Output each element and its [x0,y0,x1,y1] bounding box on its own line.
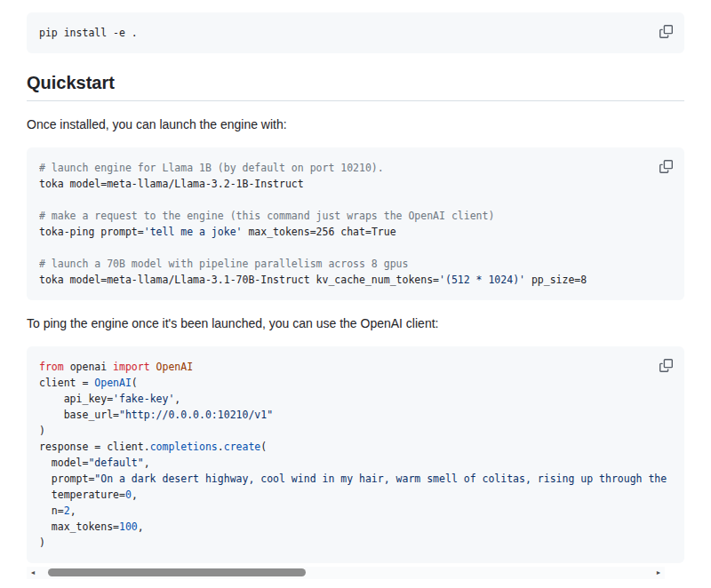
code-line: api_key='fake-key', [39,391,672,407]
code-line: ) [39,535,672,551]
code-token: # launch a 70B model with pipeline paral… [39,258,408,270]
code-block-install: pip install -e . [27,12,684,53]
code-block-launch: # launch engine for Llama 1B (by default… [27,147,684,300]
code-token: "http://0.0.0.0:10210/v1" [119,409,273,421]
code-line: toka-ping prompt='tell me a joke' max_to… [39,224,672,240]
code-token: , [70,505,76,517]
code-token: 2 [64,505,70,517]
copy-button[interactable] [655,155,676,177]
code-line: # make a request to the engine (this com… [39,208,672,224]
code-line: ) [39,423,672,439]
code-token: openai [64,361,113,373]
copy-icon [659,359,673,372]
code-token: base_url= [39,409,119,421]
code-token: # launch engine for Llama 1B (by default… [39,162,384,174]
scroll-left-arrow[interactable]: ◄ [27,567,39,579]
code-token: api_key= [39,393,113,405]
code-token: pip install -e . [39,27,138,39]
code-line: temperature=0, [39,487,672,503]
code-line: max_tokens=100, [39,519,672,535]
code-token: 'tell me a joke' [144,226,243,238]
code-content: # launch engine for Llama 1B (by default… [39,160,672,288]
code-token: toka model=meta-llama/Llama-3.2-1B-Instr… [39,178,304,190]
code-token: "default" [88,457,143,469]
code-content: pip install -e . [39,25,672,41]
code-token: , [138,520,144,533]
code-token: import [113,361,150,373]
code-line [39,192,672,208]
code-token: pp_size=8 [525,274,587,286]
code-line: model="default", [39,455,672,471]
code-token: 100 [119,520,138,533]
code-token: . [218,441,224,453]
code-token: client = [39,377,94,389]
code-line: # launch engine for Llama 1B (by default… [39,160,672,176]
code-token: , [144,457,150,469]
ping-paragraph: To ping the engine once it's been launch… [27,314,684,332]
code-token: toka-ping prompt= [39,226,144,238]
code-token: ( [260,441,267,453]
code-block-openai-client: from openai import OpenAIclient = OpenAI… [27,346,684,563]
code-line: pip install -e . [39,25,672,41]
code-line: n=2, [39,503,672,519]
quickstart-heading: Quickstart [27,73,684,101]
code-token: ( [132,377,138,389]
code-token: max_tokens=256 chat=True [242,226,395,238]
code-token: # make a request to the engine (this com… [39,210,494,222]
code-line: toka model=meta-llama/Llama-3.1-70B-Inst… [39,272,672,288]
code-token: n= [39,505,64,517]
code-token: temperature= [39,489,125,501]
code-line: from openai import OpenAI [39,359,672,375]
code-token: create [224,441,261,453]
code-line: base_url="http://0.0.0.0:10210/v1" [39,407,672,423]
copy-icon [659,160,673,173]
copy-icon [659,25,673,38]
code-token: model= [39,457,88,469]
code-token: "On a dark desert highway, cool wind in … [94,473,667,485]
code-token: toka model=meta-llama/Llama-3.1-70B-Inst… [39,274,439,286]
readme-content: pip install -e . Quickstart Once install… [0,0,711,579]
horizontal-scrollbar[interactable]: ◄ ► [27,567,665,579]
scrollable-code-section: from openai import OpenAIclient = OpenAI… [27,346,684,579]
code-token: 'fake-key' [113,393,174,405]
code-token: OpenAI [94,377,132,389]
code-content: from openai import OpenAIclient = OpenAI… [39,359,672,551]
code-token: response = client. [39,441,150,453]
code-line: toka model=meta-llama/Llama-3.2-1B-Instr… [39,176,672,192]
copy-button[interactable] [655,20,676,42]
code-line: # launch a 70B model with pipeline paral… [39,256,672,272]
code-token: max_tokens= [39,520,119,533]
scroll-thumb[interactable] [48,568,306,576]
code-token: , [174,393,180,405]
code-token: ) [39,425,45,437]
code-line [39,240,672,256]
code-token: 0 [125,489,132,501]
code-token: prompt= [39,473,94,485]
code-token: OpenAI [150,361,193,373]
code-token: completions [150,441,218,453]
code-token: '(512 * 1024)' [439,274,525,286]
code-token: from [39,361,64,373]
code-line: response = client.completions.create( [39,439,672,455]
intro-paragraph: Once installed, you can launch the engin… [27,115,684,133]
code-line: client = OpenAI( [39,375,672,391]
code-line: prompt="On a dark desert highway, cool w… [39,471,672,487]
scroll-right-arrow[interactable]: ► [652,567,665,579]
scrollbar-track[interactable] [39,567,652,579]
code-token: ) [39,536,45,549]
code-token: , [132,489,138,501]
copy-button[interactable] [655,354,676,376]
